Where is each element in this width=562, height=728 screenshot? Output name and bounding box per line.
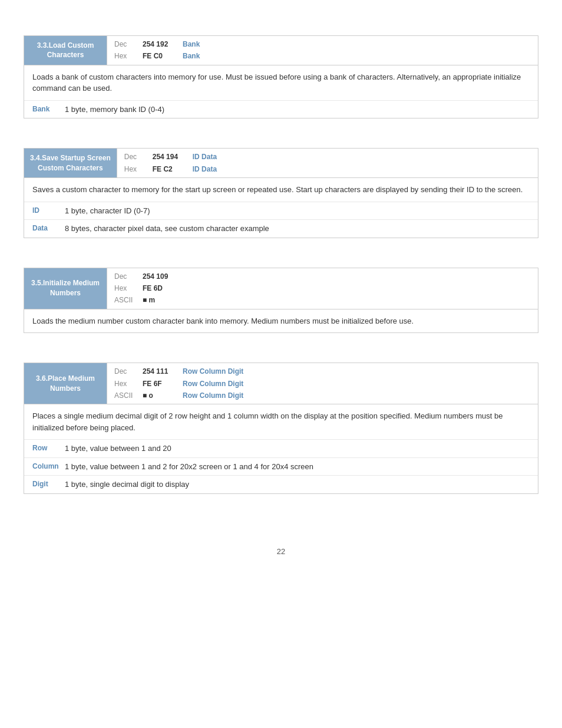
param-desc: 1 byte, character ID (0-7) <box>65 205 150 217</box>
param-label: Row <box>32 443 65 453</box>
command-row: Dec254 192Bank <box>114 38 200 50</box>
cmd-label: Dec <box>114 271 138 282</box>
section-3_6: 3.6.Place Medium NumbersDec254 111Row Co… <box>24 363 538 494</box>
param-row: Data8 bytes, character pixel data, see c… <box>24 219 538 238</box>
section-body-3_5: Loads the medium number custom character… <box>24 309 538 333</box>
section-commands-3_3: Dec254 192BankHexFE C0Bank <box>107 36 207 65</box>
command-row: Dec254 111Row Column Digit <box>114 365 243 377</box>
param-row: Digit1 byte, single decimal digit to dis… <box>24 475 538 493</box>
section-body-3_6: Places a single medium decimal digit of … <box>24 404 538 439</box>
command-row: Dec254 194ID Data <box>124 151 217 163</box>
param-label: Bank <box>32 104 65 114</box>
command-row: HexFE 6D <box>114 282 178 294</box>
section-commands-3_6: Dec254 111Row Column DigitHexFE 6FRow Co… <box>107 363 250 404</box>
cmd-param: Bank <box>183 50 200 62</box>
param-row: Bank1 byte, memory bank ID (0-4) <box>24 100 538 118</box>
cmd-value: 254 192 <box>143 38 178 50</box>
section-body-3_4: Saves a custom character to memory for t… <box>24 177 538 202</box>
param-desc: 1 byte, value between 1 and 20 <box>65 443 171 454</box>
cmd-value: FE 6F <box>143 378 178 390</box>
cmd-label: Hex <box>114 50 138 62</box>
section-commands-3_4: Dec254 194ID DataHexFE C2ID Data <box>117 149 224 177</box>
section-body-3_3: Loads a bank of custom characters into m… <box>24 65 538 100</box>
section-3_3: 3.3.Load Custom CharactersDec254 192Bank… <box>24 35 538 118</box>
cmd-value: 254 109 <box>143 271 178 282</box>
section-title-3_6: 3.6.Place Medium Numbers <box>24 363 107 404</box>
command-row: HexFE C2ID Data <box>124 163 217 175</box>
section-commands-3_5: Dec254 109HexFE 6DASCII■ m <box>107 268 185 309</box>
param-label: ID <box>32 205 65 216</box>
param-desc: 8 bytes, character pixel data, see custo… <box>65 223 269 235</box>
param-desc: 1 byte, single decimal digit to display <box>65 479 189 490</box>
cmd-param: ID Data <box>193 163 217 175</box>
cmd-label: ASCII <box>114 294 138 306</box>
command-row: HexFE 6FRow Column Digit <box>114 378 243 390</box>
cmd-param: Row Column Digit <box>183 378 243 390</box>
cmd-param: ID Data <box>193 151 217 163</box>
param-row: Column1 byte, value between 1 and 2 for … <box>24 457 538 476</box>
cmd-param: Row Column Digit <box>183 390 243 401</box>
section-3_5: 3.5.Initialize Medium NumbersDec254 109H… <box>24 268 538 334</box>
cmd-value: 254 194 <box>153 151 188 163</box>
cmd-param: Bank <box>183 38 200 50</box>
command-row: HexFE C0Bank <box>114 50 200 62</box>
param-desc: 1 byte, memory bank ID (0-4) <box>65 104 164 116</box>
cmd-value: FE C2 <box>153 163 188 175</box>
cmd-label: Hex <box>124 163 148 175</box>
cmd-value: FE 6D <box>143 282 178 294</box>
page-number: 22 <box>24 547 538 556</box>
section-header-3_6: 3.6.Place Medium NumbersDec254 111Row Co… <box>24 363 538 404</box>
command-row: ASCII■ oRow Column Digit <box>114 390 243 401</box>
cmd-label: ASCII <box>114 390 138 401</box>
command-row: Dec254 109 <box>114 271 178 282</box>
section-header-3_3: 3.3.Load Custom CharactersDec254 192Bank… <box>24 36 538 65</box>
cmd-value: ■ m <box>143 294 178 306</box>
param-label: Digit <box>32 479 65 489</box>
cmd-label: Dec <box>114 38 138 50</box>
cmd-param: Row Column Digit <box>183 365 243 377</box>
cmd-value: FE C0 <box>143 50 178 62</box>
section-title-3_4: 3.4.Save Startup Screen Custom Character… <box>24 149 117 177</box>
cmd-label: Hex <box>114 282 138 294</box>
cmd-value: ■ o <box>143 390 178 401</box>
cmd-label: Dec <box>124 151 148 163</box>
section-title-3_3: 3.3.Load Custom Characters <box>24 36 107 65</box>
cmd-label: Hex <box>114 378 138 390</box>
section-header-3_4: 3.4.Save Startup Screen Custom Character… <box>24 149 538 177</box>
param-row: ID1 byte, character ID (0-7) <box>24 202 538 220</box>
param-label: Data <box>32 223 65 233</box>
param-row: Row1 byte, value between 1 and 20 <box>24 439 538 457</box>
cmd-value: 254 111 <box>143 365 178 377</box>
section-header-3_5: 3.5.Initialize Medium NumbersDec254 109H… <box>24 268 538 309</box>
param-desc: 1 byte, value between 1 and 2 for 20x2 s… <box>65 461 313 473</box>
section-title-3_5: 3.5.Initialize Medium Numbers <box>24 268 107 309</box>
param-label: Column <box>32 461 65 472</box>
cmd-label: Dec <box>114 365 138 377</box>
command-row: ASCII■ m <box>114 294 178 306</box>
section-3_4: 3.4.Save Startup Screen Custom Character… <box>24 148 538 238</box>
